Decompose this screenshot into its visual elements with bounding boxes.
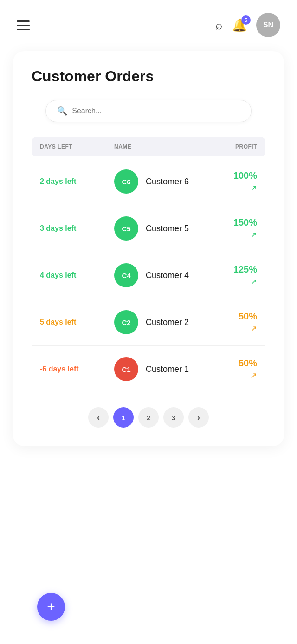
profit-col: 125% ↗︎ [215,264,257,287]
customer-avatar: C1 [114,357,138,381]
pagination-page-2[interactable]: 2 [138,407,159,428]
header-profit: PROFIT [215,143,257,150]
customer-name: Customer 2 [146,318,189,327]
customer-info: C5 Customer 5 [114,216,215,241]
customer-info: C4 Customer 4 [114,263,215,287]
trend-up-icon: ↗︎ [250,230,257,240]
order-row[interactable]: 3 days left C5 Customer 5 150% ↗︎ [32,205,265,252]
customer-name: Customer 4 [146,271,189,280]
search-bar-wrapper: 🔍 [32,100,265,122]
search-bar-icon: 🔍 [57,106,67,116]
profit-col: 50% ↗︎ [215,358,257,381]
days-left-text: 3 days left [40,223,114,234]
customer-name: Customer 5 [146,224,189,234]
pagination-prev[interactable]: ‹ [88,407,109,428]
customer-info: C1 Customer 1 [114,357,215,381]
top-nav: ⌕ 🔔 5 SN [0,0,297,46]
nav-right: ⌕ 🔔 5 SN [215,13,280,37]
customer-avatar: C6 [114,169,138,194]
hamburger-line-1 [17,20,30,22]
table-header: DAYS LEFT NAME PROFIT [32,137,265,156]
customer-info: C6 Customer 6 [114,169,215,194]
search-icon[interactable]: ⌕ [215,18,223,33]
trend-up-icon: ↗︎ [250,277,257,287]
customer-info: C2 Customer 2 [114,310,215,334]
customer-avatar: C2 [114,310,138,334]
order-row[interactable]: 4 days left C4 Customer 4 125% ↗︎ [32,252,265,299]
pagination: ‹ 1 2 3 › [32,407,265,428]
order-row[interactable]: 5 days left C2 Customer 2 50% ↗︎ [32,299,265,346]
profit-col: 150% ↗︎ [215,217,257,240]
days-left-text: 4 days left [40,270,114,280]
profit-value: 100% [233,170,257,181]
profit-col: 50% ↗︎ [215,311,257,334]
profit-value: 125% [233,264,257,275]
order-row[interactable]: 2 days left C6 Customer 6 100% ↗︎ [32,158,265,205]
days-left-text: 2 days left [40,176,114,187]
bell-wrapper[interactable]: 🔔 5 [232,18,247,33]
search-input[interactable] [72,107,240,115]
search-bar: 🔍 [45,100,252,122]
pagination-next[interactable]: › [188,407,209,428]
hamburger-line-2 [17,25,30,26]
order-row[interactable]: -6 days left C1 Customer 1 50% ↗︎ [32,346,265,392]
avatar[interactable]: SN [256,13,280,37]
trend-up-icon: ↗︎ [250,371,257,381]
pagination-page-3[interactable]: 3 [163,407,184,428]
days-left-text: 5 days left [40,317,114,327]
customer-avatar: C5 [114,216,138,241]
fab-add-button[interactable]: + [37,593,65,621]
header-name: NAME [114,143,215,150]
profit-value: 50% [239,358,257,369]
main-card: Customer Orders 🔍 DAYS LEFT NAME PROFIT … [13,51,284,446]
days-left-text: -6 days left [40,364,114,374]
pagination-page-1[interactable]: 1 [113,407,134,428]
customer-name: Customer 1 [146,364,189,374]
customer-name: Customer 6 [146,177,189,187]
notification-badge: 5 [241,15,251,25]
profit-col: 100% ↗︎ [215,170,257,193]
profit-value: 50% [239,311,257,322]
orders-list: 2 days left C6 Customer 6 100% ↗︎ 3 days… [32,158,265,392]
trend-up-icon: ↗︎ [250,324,257,334]
profit-value: 150% [233,217,257,228]
hamburger-line-3 [17,29,30,30]
trend-up-icon: ↗︎ [250,183,257,193]
customer-avatar: C4 [114,263,138,287]
header-days-left: DAYS LEFT [40,143,114,150]
hamburger-menu[interactable] [17,20,30,30]
page-title: Customer Orders [32,68,265,85]
